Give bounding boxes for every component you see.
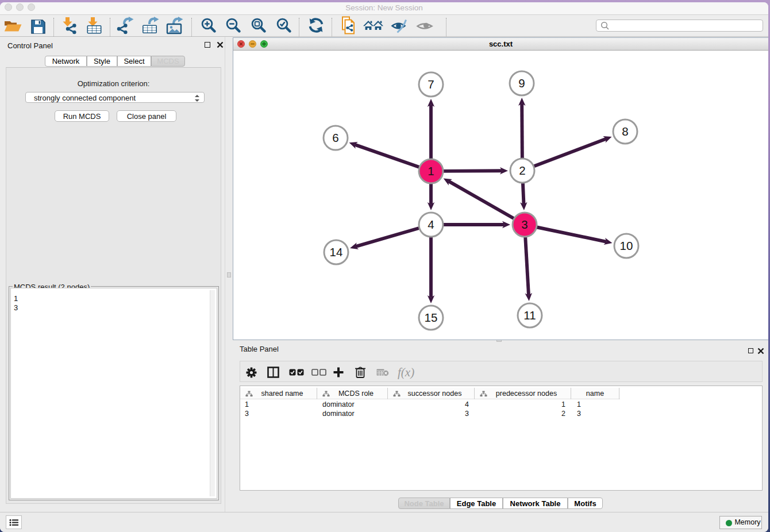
svg-text:15: 15 bbox=[425, 311, 438, 324]
svg-text:1: 1 bbox=[428, 164, 434, 178]
svg-text:2: 2 bbox=[519, 164, 525, 177]
svg-text:8: 8 bbox=[622, 125, 628, 138]
svg-text:14: 14 bbox=[330, 245, 343, 259]
svg-text:4: 4 bbox=[428, 218, 434, 231]
svg-text:6: 6 bbox=[332, 131, 338, 144]
svg-text:9: 9 bbox=[518, 76, 525, 90]
svg-text:11: 11 bbox=[523, 309, 536, 322]
svg-text:3: 3 bbox=[521, 218, 528, 231]
svg-text:7: 7 bbox=[428, 78, 434, 91]
svg-text:10: 10 bbox=[620, 239, 633, 252]
